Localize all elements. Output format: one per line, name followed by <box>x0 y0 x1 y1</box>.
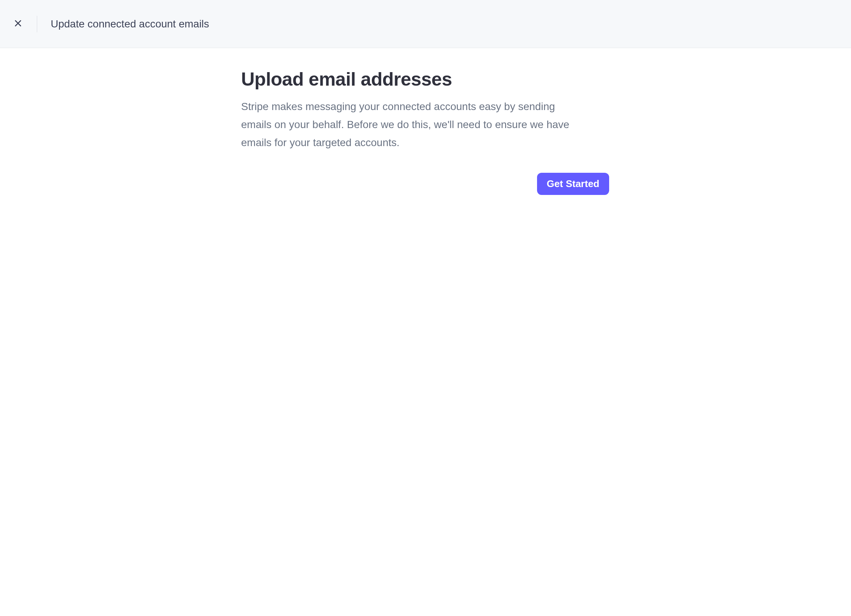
close-icon <box>14 19 23 29</box>
close-button[interactable] <box>11 17 26 32</box>
content-container: Upload email addresses Stripe makes mess… <box>241 68 609 195</box>
get-started-button[interactable]: Get Started <box>537 173 609 195</box>
page-description: Stripe makes messaging your connected ac… <box>241 98 587 152</box>
main-content: Upload email addresses Stripe makes mess… <box>0 48 851 195</box>
page-header: Update connected account emails <box>0 0 851 48</box>
header-divider <box>37 16 37 32</box>
page-title: Upload email addresses <box>241 68 609 90</box>
header-title: Update connected account emails <box>51 18 209 30</box>
button-row: Get Started <box>241 173 609 195</box>
